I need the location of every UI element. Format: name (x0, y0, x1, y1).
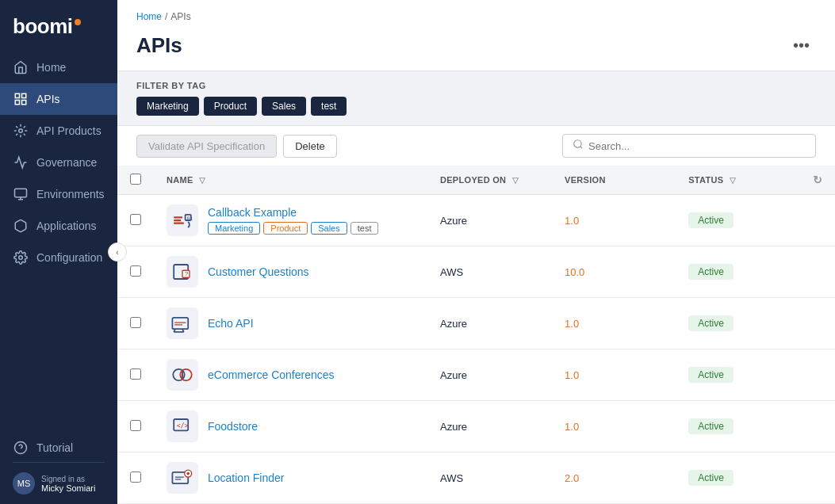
tag-marketing[interactable]: Marketing (136, 97, 199, 116)
row-checkbox-cell (117, 401, 154, 452)
row-deployed-cell: Azure (427, 349, 552, 401)
api-name-link[interactable]: Foodstore (208, 420, 258, 433)
api-tag[interactable]: Sales (311, 222, 347, 235)
api-icon: </> (167, 410, 198, 442)
table-row: Location Finder AWS 2.0 Active (117, 452, 835, 504)
col-header-version: VERSION (552, 166, 676, 195)
row-checkbox[interactable] (130, 265, 141, 277)
apis-table-body: 01 Callback Example Marketing Product Sa… (117, 195, 835, 504)
table-row: eCommerce Conferences Azure 1.0 Active (117, 349, 835, 401)
row-name-cell: </> Foodstore (154, 401, 427, 452)
delete-button[interactable]: Delete (283, 135, 337, 158)
tag-product[interactable]: Product (204, 97, 257, 116)
apis-table-container: NAME ▽ DEPLOYED ON ▽ VERSION STATUS ▽ ↻ (117, 166, 835, 504)
row-version-cell: 1.0 (552, 195, 676, 246)
row-checkbox[interactable] (130, 420, 141, 431)
table-row: Echo API Azure 1.0 Active (117, 298, 835, 349)
avatar: MS (13, 472, 35, 494)
status-badge: Active (688, 418, 733, 434)
sidebar-item-home-label: Home (36, 61, 66, 74)
svg-point-39 (186, 472, 190, 475)
row-name-cell: Echo API (154, 298, 427, 349)
status-badge: Active (688, 264, 733, 280)
api-name-info: Location Finder (208, 472, 285, 484)
apis-icon (13, 91, 29, 107)
search-input[interactable] (588, 140, 806, 152)
row-checkbox[interactable] (130, 214, 141, 225)
api-icon (167, 307, 198, 339)
sidebar-item-configuration[interactable]: Configuration (0, 242, 117, 273)
page-header: APIs ••• (117, 30, 835, 71)
row-refresh-cell (800, 195, 835, 246)
version-value: 1.0 (565, 421, 579, 433)
logo-dot (75, 19, 81, 25)
api-icon (167, 462, 198, 494)
api-name-link[interactable]: eCommerce Conferences (208, 368, 335, 381)
more-options-button[interactable]: ••• (787, 33, 816, 58)
api-name-link[interactable]: Echo API (208, 317, 254, 330)
col-header-deployed[interactable]: DEPLOYED ON ▽ (427, 166, 552, 195)
row-checkbox[interactable] (130, 368, 141, 380)
row-deployed-cell: AWS (427, 452, 552, 504)
row-checkbox-cell (117, 298, 154, 349)
sidebar-item-home[interactable]: Home (0, 52, 117, 83)
row-checkbox[interactable] (130, 317, 141, 328)
sidebar-item-apis[interactable]: APIs (0, 83, 117, 115)
sidebar: boomi Home APIs (0, 0, 117, 504)
version-value: 1.0 (565, 369, 579, 381)
table-row: ? Customer Questions AWS 10.0 Active (117, 246, 835, 298)
sidebar-nav: Home APIs API Products (0, 52, 117, 424)
tutorial-item[interactable]: Tutorial (13, 433, 105, 462)
sidebar-item-api-products-label: API Products (36, 124, 102, 137)
row-status-cell: Active (676, 195, 800, 246)
api-icon (167, 359, 198, 391)
configuration-icon (13, 250, 29, 265)
api-name-link[interactable]: Customer Questions (208, 265, 309, 278)
sidebar-item-governance[interactable]: Governance (0, 147, 117, 178)
logo-text: boomi (13, 14, 73, 39)
api-tag[interactable]: test (350, 222, 379, 235)
sidebar-item-api-products[interactable]: API Products (0, 115, 117, 147)
sidebar-item-governance-label: Governance (36, 156, 97, 169)
row-status-cell: Active (676, 349, 800, 401)
sidebar-item-environments-label: Environments (36, 188, 105, 200)
api-products-icon (13, 123, 29, 139)
version-value: 10.0 (565, 266, 584, 278)
api-name-cell: Echo API (167, 307, 415, 339)
version-value: 1.0 (565, 215, 579, 227)
filter-section: FILTER BY TAG Marketing Product Sales te… (117, 71, 835, 126)
status-badge: Active (688, 470, 733, 486)
select-all-checkbox[interactable] (130, 174, 141, 185)
refresh-header-icon[interactable]: ↻ (813, 174, 822, 186)
col-header-name[interactable]: NAME ▽ (154, 166, 427, 195)
status-badge: Active (688, 315, 733, 331)
signed-in-as-label: Signed in as (41, 475, 95, 483)
sidebar-item-environments[interactable]: Environments (0, 178, 117, 210)
api-name-link[interactable]: Callback Example (208, 206, 378, 219)
tag-test[interactable]: test (311, 97, 347, 116)
row-status-cell: Active (676, 452, 800, 504)
api-name-cell: ? Customer Questions (167, 256, 415, 288)
tag-sales[interactable]: Sales (262, 97, 306, 116)
row-status-cell: Active (676, 246, 800, 298)
svg-text:?: ? (185, 270, 189, 277)
collapse-sidebar-button[interactable]: ‹ (108, 242, 127, 262)
api-name-link[interactable]: Location Finder (208, 472, 285, 484)
row-refresh-cell (800, 452, 835, 504)
row-refresh-cell (800, 401, 835, 452)
sidebar-bottom: Tutorial MS Signed in as Micky Somiari (0, 424, 117, 504)
tutorial-icon (13, 440, 29, 456)
row-refresh-cell (800, 349, 835, 401)
governance-icon (13, 155, 29, 170)
api-tag[interactable]: Product (263, 222, 308, 235)
top-bar: Home / APIs (117, 0, 835, 30)
row-checkbox[interactable] (130, 472, 141, 483)
api-tag[interactable]: Marketing (208, 222, 260, 235)
breadcrumb-home[interactable]: Home (136, 11, 162, 22)
row-refresh-cell (800, 298, 835, 349)
status-badge: Active (688, 367, 733, 383)
row-version-cell: 1.0 (552, 298, 676, 349)
col-header-status[interactable]: STATUS ▽ (676, 166, 800, 195)
row-version-cell: 2.0 (552, 452, 676, 504)
sidebar-item-applications[interactable]: Applications (0, 210, 117, 242)
